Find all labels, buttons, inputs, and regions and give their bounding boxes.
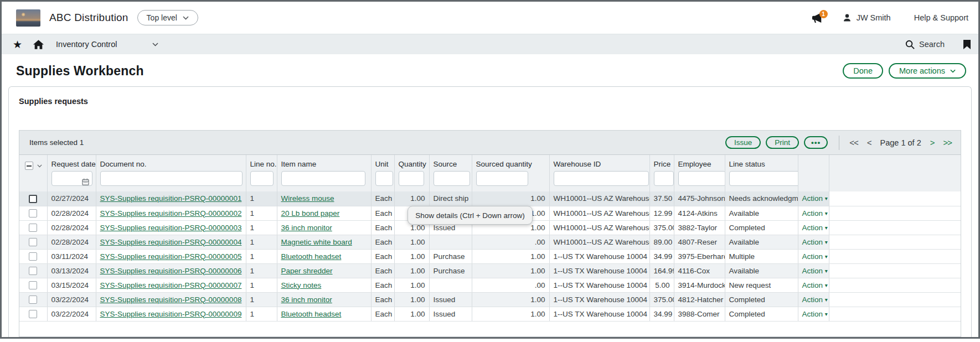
filter-employee[interactable] [678, 171, 725, 186]
filter-quantity[interactable] [399, 171, 424, 186]
table-row[interactable]: 03/22/2024SYS-Supplies requisition-PSRQ-… [19, 307, 961, 321]
row-checkbox[interactable] [29, 195, 37, 203]
home-icon[interactable] [33, 40, 44, 49]
document-link[interactable]: SYS-Supplies requisition-PSRQ-00000002 [100, 209, 242, 217]
table-row[interactable]: 03/15/2024SYS-Supplies requisition-PSRQ-… [19, 278, 961, 292]
action-button[interactable]: Action ▾ [802, 310, 828, 318]
first-page-button[interactable]: << [849, 138, 858, 147]
item-link[interactable]: 36 inch monitor [281, 296, 332, 304]
next-page-button[interactable]: > [930, 138, 935, 147]
document-no-cell: SYS-Supplies requisition-PSRQ-00000005 [96, 249, 246, 263]
filter-line-status[interactable] [729, 171, 798, 186]
chevron-down-icon[interactable] [152, 43, 158, 46]
col-header-line-no[interactable]: Line no. [246, 155, 277, 169]
done-button[interactable]: Done [843, 63, 883, 79]
col-header-sourced-quantity[interactable]: Sourced quantity [472, 155, 549, 169]
panel-title: Supplies requests [19, 97, 961, 106]
table-row[interactable]: 03/22/2024SYS-Supplies requisition-PSRQ-… [19, 292, 961, 307]
document-link[interactable]: SYS-Supplies requisition-PSRQ-00000004 [100, 238, 242, 246]
document-link[interactable]: SYS-Supplies requisition-PSRQ-00000007 [100, 281, 242, 289]
nav-menu-inventory-control[interactable]: Inventory Control [56, 40, 117, 49]
col-header-source[interactable]: Source [429, 155, 472, 169]
col-header-line-status[interactable]: Line status [725, 155, 798, 169]
document-link[interactable]: SYS-Supplies requisition-PSRQ-00000009 [100, 310, 242, 318]
item-link[interactable]: 36 inch monitor [281, 224, 332, 232]
row-action-cell: Action ▾ [798, 249, 829, 263]
help-support-link[interactable]: Help & Support [914, 13, 968, 22]
search-button[interactable]: Search [905, 40, 945, 49]
table-row[interactable]: 02/28/2024SYS-Supplies requisition-PSRQ-… [19, 235, 961, 249]
table-row[interactable]: 02/27/2024SYS-Supplies requisition-PSRQ-… [19, 191, 961, 206]
company-logo [16, 9, 40, 27]
row-checkbox[interactable] [29, 281, 37, 289]
filter-item-name[interactable] [281, 171, 365, 186]
document-link[interactable]: SYS-Supplies requisition-PSRQ-00000003 [100, 224, 242, 232]
document-link[interactable]: SYS-Supplies requisition-PSRQ-00000006 [100, 267, 242, 275]
col-header-price[interactable]: Price [649, 155, 674, 169]
row-checkbox[interactable] [29, 310, 37, 318]
org-selector[interactable]: Top level [137, 10, 198, 25]
action-button[interactable]: Action ▾ [802, 209, 828, 217]
last-page-button[interactable]: >> [943, 138, 952, 147]
action-button[interactable]: Action ▾ [802, 281, 828, 289]
issue-button[interactable]: Issue [725, 136, 761, 149]
filter-price[interactable] [654, 171, 674, 186]
col-header-item-name[interactable]: Item name [277, 155, 371, 169]
item-link[interactable]: Paper shredder [281, 267, 333, 275]
bookmark-icon[interactable] [963, 40, 971, 49]
item-link[interactable]: 20 Lb bond paper [281, 209, 340, 217]
row-checkbox[interactable] [29, 252, 37, 261]
select-all-checkbox[interactable] [25, 162, 33, 170]
employee-cell: 4475-Johnson [674, 191, 725, 206]
filter-unit[interactable] [375, 171, 393, 186]
chevron-down-icon[interactable] [37, 164, 42, 168]
item-link[interactable]: Sticky notes [281, 281, 322, 289]
row-checkbox[interactable] [29, 209, 37, 217]
action-button[interactable]: Action ▾ [802, 267, 828, 275]
announcements-button[interactable]: 1 [811, 12, 823, 23]
item-link[interactable]: Bluetooth headset [281, 252, 342, 261]
col-header-request-date[interactable]: Request date [47, 155, 96, 169]
action-button[interactable]: Action ▾ [802, 194, 828, 203]
table-row[interactable]: 03/13/2024SYS-Supplies requisition-PSRQ-… [19, 263, 961, 278]
unit-cell: Each [371, 307, 394, 321]
filter-sourced-quantity[interactable] [476, 171, 528, 186]
more-actions-button[interactable]: More actions [889, 63, 966, 79]
user-menu[interactable]: JW Smith [842, 13, 891, 23]
col-header-action [798, 155, 829, 191]
source-cell: Issued [429, 292, 472, 307]
action-button[interactable]: Action ▾ [802, 238, 828, 246]
filter-warehouse-id[interactable] [554, 171, 649, 186]
item-link[interactable]: Wireless mouse [281, 194, 334, 203]
col-header-quantity[interactable]: Quantity [394, 155, 429, 169]
col-header-employee[interactable]: Employee [674, 155, 725, 169]
filter-line-no[interactable] [250, 171, 274, 186]
quantity-cell: 1.00 [394, 292, 429, 307]
filter-document-no[interactable] [100, 171, 243, 186]
action-button[interactable]: Action ▾ [802, 252, 828, 261]
chevron-down-icon [183, 16, 189, 20]
prev-page-button[interactable]: < [867, 138, 871, 147]
row-checkbox[interactable] [29, 267, 37, 275]
col-header-unit[interactable]: Unit [371, 155, 394, 169]
item-link[interactable]: Magnetic white board [281, 238, 352, 246]
document-link[interactable]: SYS-Supplies requisition-PSRQ-00000001 [100, 194, 242, 203]
action-button[interactable]: Action ▾ [802, 296, 828, 304]
favorites-star-icon[interactable]: ★ [13, 39, 22, 50]
document-link[interactable]: SYS-Supplies requisition-PSRQ-00000005 [100, 252, 242, 261]
action-button[interactable]: Action ▾ [802, 224, 828, 232]
price-cell: 164.99 [649, 263, 674, 278]
row-checkbox[interactable] [29, 296, 37, 304]
document-link[interactable]: SYS-Supplies requisition-PSRQ-00000008 [100, 296, 242, 304]
row-checkbox[interactable] [29, 224, 37, 232]
col-header-document-no[interactable]: Document no. [96, 155, 246, 169]
request-date-cell: 02/28/2024 [47, 206, 96, 220]
col-header-warehouse-id[interactable]: Warehouse ID [549, 155, 649, 169]
filter-request-date[interactable] [51, 171, 92, 186]
filter-source[interactable] [434, 171, 470, 186]
item-link[interactable]: Bluetooth headset [281, 310, 342, 318]
row-checkbox[interactable] [29, 238, 37, 246]
print-button[interactable]: Print [766, 136, 799, 149]
table-row[interactable]: 03/11/2024SYS-Supplies requisition-PSRQ-… [19, 249, 961, 263]
more-options-button[interactable]: ••• [804, 136, 828, 149]
